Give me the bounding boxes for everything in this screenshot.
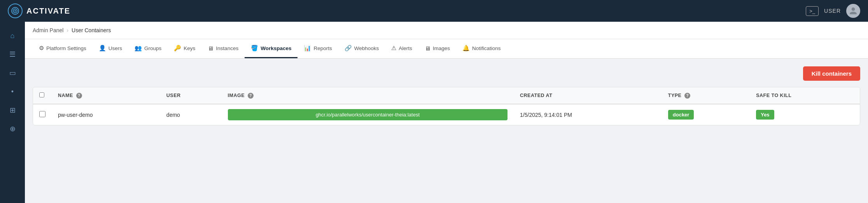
containers-table-wrapper: NAME ? USER IMAGE ? CREATED AT TYPE [33, 87, 860, 125]
tab-platform-settings[interactable]: ⚙ Platform Settings [33, 39, 93, 58]
tab-users-label: Users [108, 45, 122, 51]
row-checkbox[interactable] [39, 111, 46, 117]
table-row: pw-user-demo demo ghcr.io/parallelworks/… [33, 104, 860, 125]
tab-workspaces[interactable]: 🪣 Workspaces [245, 39, 298, 58]
row-safe-to-kill: Yes [750, 104, 860, 125]
top-nav: ACTIVATE >_ USER [0, 0, 868, 22]
nav-right: >_ USER [806, 4, 860, 18]
col-name-label: NAME [58, 93, 73, 98]
sidebar: ⌂ ☰ ▭ • ⊞ ⊕ [0, 22, 25, 203]
col-header-name: NAME ? [52, 87, 160, 104]
workspaces-icon: 🪣 [251, 45, 258, 52]
type-info-icon: ? [684, 93, 690, 99]
app-name: ACTIVATE [26, 7, 70, 16]
reports-icon: 📊 [304, 45, 311, 52]
logo-icon [8, 3, 23, 18]
sidebar-item-grid[interactable]: ⊞ [5, 102, 20, 118]
image-info-icon: ? [248, 93, 254, 99]
tab-images[interactable]: 🖥 Images [418, 40, 456, 58]
row-image: ghcr.io/parallelworks/usercontainer-thei… [222, 104, 514, 125]
row-created-at: 1/5/2025, 9:14:01 PM [514, 104, 662, 125]
containers-table: NAME ? USER IMAGE ? CREATED AT TYPE [33, 87, 860, 125]
webhooks-icon: 🔗 [345, 45, 352, 52]
tab-webhooks-label: Webhooks [354, 45, 379, 51]
page-body: Kill containers NAME ? [25, 59, 868, 133]
terminal-button[interactable]: >_ [806, 6, 819, 16]
tab-notifications[interactable]: 🔔 Notifications [456, 39, 507, 58]
tab-platform-settings-label: Platform Settings [46, 45, 86, 51]
col-image-label: IMAGE [228, 93, 245, 98]
tab-instances[interactable]: 🖥 Instances [201, 40, 245, 58]
tab-users[interactable]: 👤 Users [93, 39, 128, 58]
platform-settings-icon: ⚙ [39, 45, 44, 52]
nav-brand: ACTIVATE [8, 3, 70, 18]
name-info-icon: ? [76, 93, 82, 99]
tabs-container: ⚙ Platform Settings 👤 Users 👥 Groups 🔑 K… [25, 39, 868, 59]
tab-keys-label: Keys [184, 45, 195, 51]
tab-groups[interactable]: 👥 Groups [128, 39, 168, 58]
svg-point-2 [14, 10, 16, 12]
tab-notifications-label: Notifications [472, 45, 501, 51]
col-header-created-at: CREATED AT [514, 87, 662, 104]
alerts-icon: ⚠ [391, 45, 396, 52]
sidebar-item-dot[interactable]: • [5, 84, 20, 99]
sidebar-item-file[interactable]: ▭ [5, 65, 20, 81]
type-badge: docker [668, 110, 694, 120]
tab-webhooks[interactable]: 🔗 Webhooks [338, 39, 385, 58]
breadcrumb-separator: › [66, 27, 68, 33]
kill-containers-button[interactable]: Kill containers [803, 66, 860, 81]
tab-keys[interactable]: 🔑 Keys [168, 39, 201, 58]
users-icon: 👤 [99, 45, 106, 52]
tab-images-label: Images [433, 45, 450, 51]
tab-workspaces-label: Workspaces [261, 45, 291, 51]
image-badge: ghcr.io/parallelworks/usercontainer-thei… [228, 109, 508, 120]
action-bar: Kill containers [33, 66, 860, 81]
sidebar-item-inbox[interactable]: ☰ [5, 47, 20, 62]
col-header-type: TYPE ? [662, 87, 750, 104]
breadcrumb: Admin Panel › User Containers [25, 22, 868, 39]
logo-svg [11, 7, 19, 15]
main-content: Admin Panel › User Containers ⚙ Platform… [25, 22, 868, 203]
breadcrumb-current: User Containers [72, 27, 111, 33]
row-user: demo [160, 104, 222, 125]
instances-icon: 🖥 [208, 45, 214, 52]
row-name: pw-user-demo [52, 104, 160, 125]
col-header-check [33, 87, 52, 104]
avatar-icon [849, 7, 858, 15]
tab-instances-label: Instances [216, 45, 238, 51]
safe-to-kill-badge: Yes [756, 110, 774, 120]
notifications-icon: 🔔 [462, 45, 470, 52]
images-icon: 🖥 [425, 45, 430, 52]
table-body: pw-user-demo demo ghcr.io/parallelworks/… [33, 104, 860, 125]
col-header-image: IMAGE ? [222, 87, 514, 104]
row-check-cell [33, 104, 52, 125]
tab-alerts[interactable]: ⚠ Alerts [385, 39, 418, 58]
groups-icon: 👥 [135, 45, 142, 52]
col-type-label: TYPE [668, 93, 682, 98]
sidebar-item-home[interactable]: ⌂ [5, 28, 20, 43]
user-label: USER [824, 8, 841, 14]
col-header-user: USER [160, 87, 222, 104]
avatar[interactable] [846, 4, 860, 18]
keys-icon: 🔑 [174, 45, 181, 52]
tab-reports-label: Reports [313, 45, 332, 51]
table-header-row: NAME ? USER IMAGE ? CREATED AT TYPE [33, 87, 860, 104]
tab-reports[interactable]: 📊 Reports [298, 39, 338, 58]
row-type: docker [662, 104, 750, 125]
tab-groups-label: Groups [144, 45, 161, 51]
col-header-safe-to-kill: SAFE TO KILL [750, 87, 860, 104]
select-all-checkbox[interactable] [39, 92, 44, 97]
breadcrumb-parent: Admin Panel [33, 27, 63, 33]
tab-alerts-label: Alerts [399, 45, 412, 51]
layout: ⌂ ☰ ▭ • ⊞ ⊕ Admin Panel › User Container… [0, 22, 868, 203]
sidebar-item-globe[interactable]: ⊕ [5, 121, 20, 137]
